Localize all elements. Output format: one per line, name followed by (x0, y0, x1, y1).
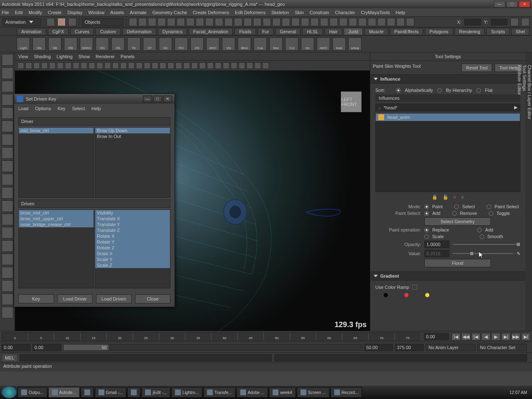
shelf-tab-hlsl[interactable]: HLSL (302, 28, 323, 35)
list-item[interactable]: Scale Y (95, 256, 170, 262)
dialog-title-bar[interactable]: Set Driven Key — □ ✕ (14, 94, 175, 104)
cmd-lang[interactable]: MEL (2, 355, 17, 361)
list-item[interactable]: Rotate X (95, 233, 170, 239)
range-end-input[interactable] (395, 344, 424, 351)
toolbox-tool[interactable] (2, 134, 13, 145)
shelf-tab-muscle[interactable]: Muscle (365, 28, 388, 35)
status-icon[interactable] (253, 18, 261, 26)
list-item[interactable]: brow_mid_upper_ctrl (19, 216, 94, 222)
status-icon[interactable] (272, 18, 281, 26)
cmd-input[interactable] (20, 354, 272, 362)
vp-icon[interactable] (207, 62, 214, 69)
vp-icon[interactable] (262, 62, 269, 69)
shelf-tab-animation[interactable]: Animation (17, 28, 46, 35)
shelf-icon-ds[interactable]: DS (190, 37, 204, 51)
shelf-icon-delct[interactable]: delCt (317, 37, 330, 51)
menu-help[interactable]: Help (396, 10, 405, 15)
shelf-tab-custom[interactable]: Custom (96, 28, 121, 35)
influence-list[interactable]: head_anim (375, 113, 520, 192)
status-icon[interactable] (397, 18, 405, 26)
status-icon[interactable] (129, 18, 137, 26)
toolbox-tool[interactable] (2, 81, 13, 92)
vp-menu-lighting[interactable]: Lighting (57, 54, 73, 59)
time-slider[interactable]: 051015202530354045505560657075 |◀ ◀◀ |◀ … (0, 331, 532, 342)
shelf-icon-cus[interactable]: Cus (254, 37, 267, 51)
vp-icon[interactable] (246, 62, 253, 69)
taskbar-item[interactable]: Lightro... (171, 387, 202, 398)
vp-icon[interactable] (41, 62, 48, 69)
vp-icon[interactable] (231, 62, 237, 69)
selection-mask-dropdown[interactable]: Objects (82, 18, 123, 26)
shelf-icon-mul[interactable]: Mul (269, 37, 283, 51)
vp-icon[interactable] (215, 62, 222, 69)
character-set-dropdown[interactable]: No Character Set (477, 344, 527, 351)
shelf-icon-hg[interactable]: HG (96, 37, 109, 51)
status-icon[interactable] (138, 18, 147, 26)
status-icon[interactable] (196, 18, 204, 26)
shelf-icon-te[interactable]: TE (127, 37, 140, 51)
vp-icon[interactable] (128, 62, 135, 69)
vp-icon[interactable] (25, 62, 32, 69)
shelf-icon-ctx[interactable]: ctx (301, 37, 314, 51)
menu-constrain[interactable]: Constrain (310, 10, 329, 15)
status-icon[interactable] (205, 18, 214, 26)
status-icon[interactable] (349, 18, 357, 26)
toolbox-tool[interactable] (2, 254, 13, 265)
maximize-button[interactable]: □ (506, 1, 518, 7)
shelf-tab-fur[interactable]: Fur (258, 28, 274, 35)
vp-icon[interactable] (183, 62, 190, 69)
close-button[interactable]: Close (135, 294, 171, 303)
shelf-tab-rendering[interactable]: Rendering (455, 28, 485, 35)
status-icon[interactable] (148, 18, 156, 26)
shelf-tab-hair[interactable]: Hair (325, 28, 342, 35)
status-icon[interactable] (358, 18, 367, 26)
list-item[interactable]: Translate Z (95, 227, 170, 233)
side-tab[interactable]: Attribute Editor (517, 61, 522, 331)
status-icon[interactable] (234, 18, 242, 26)
op-add-radio[interactable] (477, 228, 482, 232)
toolbox-tool[interactable] (2, 67, 13, 79)
toolbox-tool[interactable] (2, 107, 13, 119)
menu-create deformers[interactable]: Create Deformers (193, 10, 229, 15)
status-icon[interactable] (330, 18, 338, 26)
toolbox-tool[interactable] (2, 187, 13, 199)
mode-paintselect-radio[interactable] (487, 204, 491, 209)
coord-x-input[interactable] (464, 19, 481, 25)
op-scale-radio[interactable] (424, 234, 429, 239)
shelf-tab-deformation[interactable]: Deformation (122, 28, 156, 35)
shelf-icon-attrc[interactable]: AttrC (206, 37, 219, 51)
shelf-tab-painteffects[interactable]: PaintEffects (390, 28, 424, 35)
shelf-tab-cgfx[interactable]: CgFX (48, 28, 69, 35)
opacity-slider[interactable] (453, 241, 520, 247)
reset-tool-button[interactable]: Reset Tool (461, 64, 492, 72)
step-back-button[interactable]: ◀◀ (461, 333, 470, 340)
key-fwd-button[interactable]: ▶| (501, 333, 510, 340)
vp-menu-shading[interactable]: Shading (34, 54, 51, 59)
menu-crymayatools[interactable]: CryMayaTools (361, 10, 390, 15)
shelf-tab-dynamics[interactable]: Dynamics (158, 28, 187, 35)
status-icon[interactable] (339, 18, 347, 26)
view-cube[interactable]: LEFT FRONT (341, 91, 362, 112)
shelf-icon-rg[interactable]: RG (175, 37, 188, 51)
play-fwd-button[interactable]: ▶ (491, 333, 500, 340)
load-driven-button[interactable]: Load Driven (96, 294, 132, 303)
toolbox-tool[interactable] (2, 174, 13, 185)
status-icon[interactable] (263, 18, 271, 26)
toolbox-tool[interactable] (2, 280, 13, 292)
shelf-icon-col[interactable]: Col (285, 37, 298, 51)
close-button[interactable]: ✕ (519, 1, 530, 7)
vp-menu-renderer[interactable]: Renderer (96, 54, 115, 59)
sort-hier-radio[interactable] (437, 88, 442, 93)
sort-alpha-radio[interactable] (396, 88, 401, 93)
right-tabs[interactable]: Channel Box / Layer EditorTool SettingsA… (525, 52, 532, 331)
go-start-button[interactable]: |◀ (451, 333, 461, 340)
new-scene-icon[interactable] (47, 18, 55, 26)
list-item[interactable]: Brow Up Down (95, 128, 170, 133)
shelf-icon-sb[interactable]: SB (48, 37, 62, 51)
shelf-icon-cf[interactable]: CF (143, 37, 156, 51)
vp-icon[interactable] (17, 62, 24, 69)
driven-attr-list[interactable]: VisibilityTranslate XTranslate YTranslat… (95, 209, 170, 288)
shelf-icon-his[interactable]: His (32, 37, 46, 51)
vp-icon[interactable] (120, 62, 127, 69)
coord-y-input[interactable] (491, 19, 507, 25)
